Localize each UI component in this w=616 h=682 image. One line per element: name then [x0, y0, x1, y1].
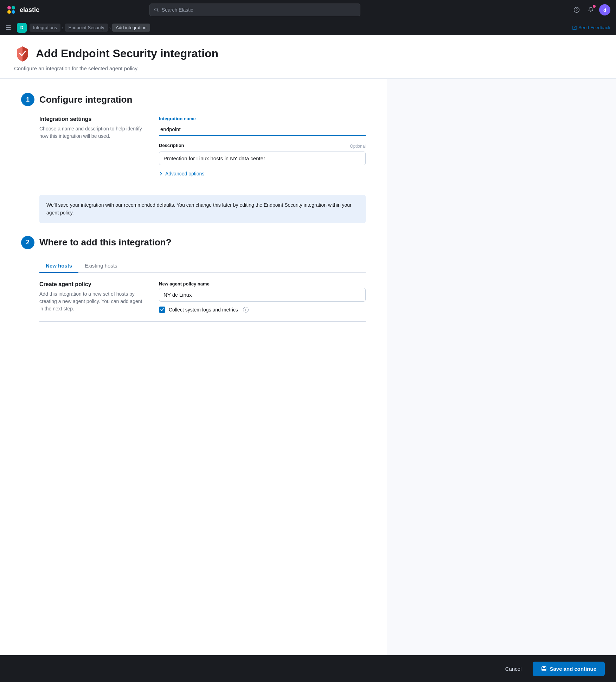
settings-section-desc: Choose a name and description to help id…	[39, 125, 145, 140]
send-feedback-link[interactable]: Send Feedback	[572, 25, 610, 30]
breadcrumb-separator-1: ›	[62, 25, 64, 31]
step2: 2 Where to add this integration? New hos…	[21, 236, 366, 322]
chevron-right-icon	[159, 172, 163, 176]
description-input[interactable]	[159, 152, 366, 165]
workspace-avatar: D	[17, 23, 27, 33]
search-bar[interactable]	[149, 4, 360, 16]
svg-point-0	[7, 6, 11, 9]
svg-point-1	[12, 6, 15, 9]
breadcrumb-integrations[interactable]: Integrations	[30, 24, 60, 32]
step2-header: 2 Where to add this integration?	[21, 236, 366, 249]
create-policy-title: Create agent policy	[39, 281, 145, 288]
search-icon	[154, 7, 159, 12]
page-header: Add Endpoint Security integration Config…	[0, 35, 616, 79]
step1-title: Configure integration	[39, 94, 132, 105]
breadcrumb-separator-2: ›	[109, 25, 111, 31]
advanced-options-toggle[interactable]: Advanced options	[159, 171, 366, 176]
agent-policy-row: Create agent policy Add this integration…	[39, 281, 366, 313]
endpoint-security-icon	[14, 45, 31, 62]
cancel-button[interactable]: Cancel	[500, 663, 527, 675]
elastic-logo[interactable]: elastic	[6, 4, 39, 15]
svg-rect-11	[542, 669, 546, 670]
main-content: 1 Configure integration Integration sett…	[0, 79, 387, 682]
description-field-row: Description Optional	[159, 143, 366, 149]
description-label: Description	[159, 143, 184, 148]
step1-header: 1 Configure integration	[21, 93, 366, 106]
step1-content: Integration settings Choose a name and d…	[21, 116, 366, 223]
policy-name-input[interactable]	[159, 288, 366, 302]
tab-existing-hosts[interactable]: Existing hosts	[78, 259, 124, 273]
step2-title: Where to add this integration?	[39, 237, 172, 248]
breadcrumb-bar: ☰ D Integrations › Endpoint Security › A…	[0, 20, 616, 35]
collect-logs-label: Collect system logs and metrics	[169, 307, 238, 313]
integration-name-input[interactable]	[159, 123, 366, 136]
svg-point-3	[12, 10, 15, 14]
settings-left: Integration settings Choose a name and d…	[39, 116, 145, 185]
breadcrumb-endpoint-security[interactable]: Endpoint Security	[65, 24, 108, 32]
agent-policy-right: New agent policy name Collect system log…	[159, 281, 366, 313]
tab-new-hosts[interactable]: New hosts	[39, 259, 78, 273]
page-title: Add Endpoint Security integration	[36, 47, 218, 60]
breadcrumb-add-integration[interactable]: Add integration	[112, 24, 150, 32]
hamburger-menu-button[interactable]: ☰	[6, 24, 11, 32]
section-divider	[39, 321, 366, 322]
integration-info-box: We'll save your integration with our rec…	[39, 195, 366, 223]
policy-name-label: New agent policy name	[159, 281, 366, 287]
nav-icons: ? d	[571, 4, 610, 15]
help-icon[interactable]: ?	[571, 4, 582, 15]
integration-name-label: Integration name	[159, 116, 366, 121]
integration-settings-row: Integration settings Choose a name and d…	[39, 116, 366, 185]
footer-bar: Cancel Save and continue	[0, 655, 616, 682]
step2-circle: 2	[21, 236, 34, 249]
settings-section-title: Integration settings	[39, 116, 145, 122]
page-subtitle: Configure an integration for the selecte…	[14, 65, 602, 71]
collect-logs-checkbox-row[interactable]: Collect system logs and metrics i	[159, 307, 366, 313]
collect-logs-checkbox[interactable]	[159, 307, 165, 313]
notification-dot	[593, 5, 596, 8]
top-navigation: elastic ? d	[0, 0, 616, 20]
search-input[interactable]	[162, 7, 356, 13]
save-icon	[541, 666, 547, 671]
svg-rect-10	[543, 667, 545, 668]
agent-policy-left: Create agent policy Add this integration…	[39, 281, 145, 313]
svg-line-5	[158, 11, 159, 12]
external-link-icon	[572, 25, 577, 30]
create-policy-desc: Add this integration to a new set of hos…	[39, 290, 145, 313]
optional-label: Optional	[350, 144, 366, 149]
step2-content: New hosts Existing hosts Create agent po…	[21, 259, 366, 322]
breadcrumb: Integrations › Endpoint Security › Add i…	[30, 24, 150, 32]
user-avatar[interactable]: d	[599, 4, 610, 15]
host-tabs: New hosts Existing hosts	[39, 259, 366, 273]
settings-right: Integration name Description Optional Ad…	[159, 116, 366, 185]
save-continue-button[interactable]: Save and continue	[533, 662, 605, 676]
svg-point-2	[7, 10, 11, 14]
notifications-icon[interactable]	[585, 4, 596, 15]
step1-circle: 1	[21, 93, 34, 106]
collect-logs-info-icon[interactable]: i	[243, 307, 249, 313]
check-icon	[160, 308, 164, 312]
svg-text:?: ?	[576, 8, 578, 12]
